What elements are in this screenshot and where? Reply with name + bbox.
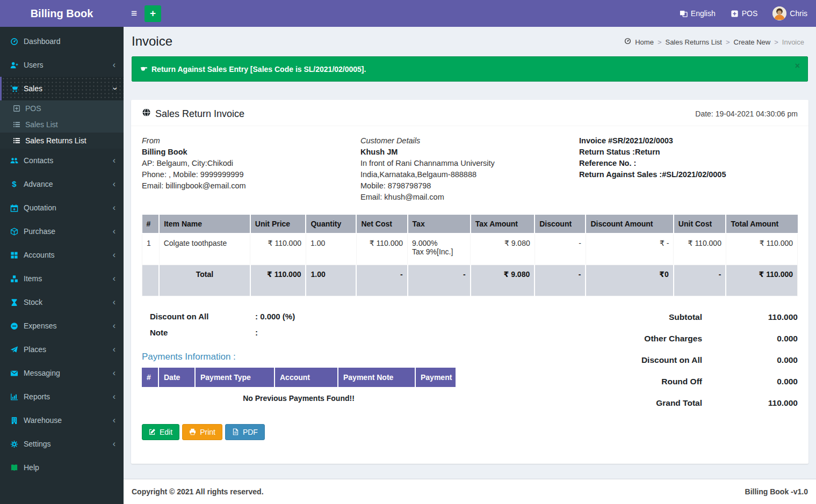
sidebar-item-reports[interactable]: Reports ‹	[0, 385, 124, 408]
cell-quantity: 1.00	[306, 233, 356, 265]
total-label: Total	[159, 265, 250, 296]
grand-total-row: Grand Total 110.000	[582, 398, 798, 408]
sidebar-item-help[interactable]: Help	[0, 456, 124, 479]
from-address: AP: Belgaum, City:Chikodi	[142, 158, 360, 169]
sidebar-item-quotation[interactable]: Quotation ‹	[0, 196, 124, 220]
list-icon	[10, 137, 23, 144]
cell-unit-price: ₹ 110.000	[250, 233, 306, 265]
language-menu[interactable]: English	[680, 9, 716, 18]
gauge-icon	[8, 38, 20, 46]
note-value: :	[255, 328, 258, 337]
col-item-name: Item Name	[159, 215, 250, 233]
pay-col-type: Payment Type	[195, 368, 275, 387]
sidebar-item-contacts[interactable]: Contacts ‹	[0, 149, 124, 172]
col-quantity: Quantity	[306, 215, 356, 233]
pay-col-payment: Payment	[415, 368, 456, 387]
from-email: Email: billingbook@email.com	[142, 180, 360, 192]
sidebar-item-items[interactable]: Items ‹	[0, 267, 124, 290]
quick-add-button[interactable]: +	[145, 5, 161, 22]
cell-tax: 9.000% Tax 9%[Inc.]	[408, 233, 471, 265]
sidebar-item-sales-returns-list[interactable]: Sales Returns List	[0, 133, 124, 149]
close-icon[interactable]: ×	[795, 61, 800, 71]
print-button[interactable]: Print	[182, 424, 222, 440]
sidebar-item-users[interactable]: Users ‹	[0, 53, 124, 77]
grand-total-value: 110.000	[702, 398, 798, 408]
sidebar-item-accounts[interactable]: Accounts ‹	[0, 243, 124, 267]
hourglass-icon	[8, 298, 20, 306]
invoice-card: Sales Return Invoice Date: 19-04-2021 04…	[131, 100, 808, 464]
sidebar-item-purchase[interactable]: Purchase ‹	[0, 220, 124, 243]
tax-percent: 9.000%	[412, 239, 466, 247]
customer-name: Khush JM	[360, 147, 579, 158]
app-logo[interactable]: Billing Book	[0, 0, 124, 27]
cell-tax-amount: ₹ 9.080	[471, 233, 535, 265]
other-charges-row: Other Charges 0.000	[582, 334, 798, 344]
payments-empty-row: No Previous Payments Found!!	[142, 387, 456, 410]
sidebar-item-warehouse[interactable]: Warehouse ‹	[0, 408, 124, 432]
summary-discount-row: Discount on All 0.000	[582, 355, 798, 365]
total-net-cost: -	[356, 265, 407, 296]
user-menu[interactable]: Chris	[772, 6, 807, 20]
invoice-date: Date: 19-04-2021 04:30:06 pm	[695, 109, 798, 118]
sidebar-item-messaging[interactable]: Messaging ‹	[0, 361, 124, 385]
avatar	[772, 6, 786, 20]
chevron-left-icon: ‹	[113, 250, 115, 260]
invoice-notes-section: Discount on All : 0.000 (%) Note : Payme…	[142, 305, 582, 440]
total-tax: -	[408, 265, 471, 296]
customer-mobile: Mobile: 8798798798	[360, 180, 579, 192]
edit-button[interactable]: Edit	[142, 424, 179, 440]
calendar-plus-icon	[8, 204, 20, 212]
customer-heading: Customer Details	[360, 135, 579, 147]
totals-summary: Subtotal 110.000 Other Charges 0.000 Dis…	[582, 305, 798, 440]
gears-icon	[8, 440, 20, 448]
bar-chart-icon	[8, 393, 20, 401]
sidebar-item-settings[interactable]: Settings ‹	[0, 432, 124, 456]
other-charges-value: 0.000	[702, 334, 798, 344]
from-block: From Billing Book AP: Belgaum, City:Chik…	[142, 135, 360, 203]
file-pdf-icon	[232, 428, 239, 435]
footer: Copyright © 2021 All rights reserved. Bi…	[124, 479, 816, 504]
pos-shortcut[interactable]: POS	[731, 9, 758, 18]
discount-on-all-label: Discount on All	[150, 312, 255, 321]
minus-circle-icon	[8, 322, 20, 330]
sidebar-item-dashboard[interactable]: Dashboard	[0, 30, 124, 53]
discount-on-all-row: Discount on All : 0.000 (%)	[150, 312, 582, 321]
content-header: Invoice Home > Sales Returns List > Crea…	[124, 27, 816, 49]
cell-unit-cost: ₹ 110.000	[674, 233, 726, 265]
invoice-number: Invoice #SR/2021/02/0003	[579, 135, 798, 147]
people-icon	[8, 157, 20, 165]
invoice-card-header: Sales Return Invoice Date: 19-04-2021 04…	[131, 100, 808, 126]
payments-header-row: # Date Payment Type Account Payment Note…	[142, 368, 456, 387]
navbar-right: English POS Chris	[680, 6, 816, 20]
top-header: Billing Book ≡ + English POS	[0, 0, 816, 27]
sidebar-item-places[interactable]: Places ‹	[0, 338, 124, 361]
pay-col-note: Payment Note	[338, 368, 415, 387]
chevron-left-icon: ‹	[113, 439, 115, 449]
breadcrumb-current: Invoice	[782, 38, 804, 46]
note-row: Note :	[150, 328, 582, 337]
sidebar-item-advance[interactable]: $ Advance ‹	[0, 172, 124, 196]
item-row: 1 Colgate toothpaste ₹ 110.000 1.00 ₹ 11…	[142, 233, 798, 265]
chevron-left-icon: ‹	[113, 202, 115, 213]
col-num: #	[142, 215, 160, 233]
language-icon	[680, 10, 688, 18]
breadcrumb-create-new[interactable]: Create New	[734, 38, 771, 46]
customer-block: Customer Details Khush JM In front of Ra…	[360, 135, 579, 203]
globe-icon	[142, 108, 151, 120]
home-gauge-icon	[624, 38, 631, 46]
sidebar-toggle-icon[interactable]: ≡	[124, 8, 145, 19]
from-heading: From	[142, 135, 360, 147]
round-off-label: Round Off	[661, 377, 702, 386]
chevron-left-icon: ‹	[113, 415, 115, 426]
breadcrumb-sales-returns-list[interactable]: Sales Returns List	[665, 38, 722, 46]
sidebar-item-pos[interactable]: POS	[0, 100, 124, 116]
breadcrumb-home[interactable]: Home	[635, 38, 654, 46]
items-table: # Item Name Unit Price Quantity Net Cost…	[142, 215, 798, 296]
sidebar-item-sales-list[interactable]: Sales List	[0, 116, 124, 133]
sidebar-item-sales[interactable]: Sales ‹	[0, 77, 124, 100]
sidebar-item-expenses[interactable]: Expenses ‹	[0, 314, 124, 338]
pdf-button[interactable]: PDF	[225, 424, 265, 440]
items-total-row: Total ₹ 110.000 1.00 - - ₹ 9.080 - ₹0 - …	[142, 265, 798, 296]
user-plus-icon	[8, 61, 20, 69]
sidebar-item-stock[interactable]: Stock ‹	[0, 290, 124, 314]
